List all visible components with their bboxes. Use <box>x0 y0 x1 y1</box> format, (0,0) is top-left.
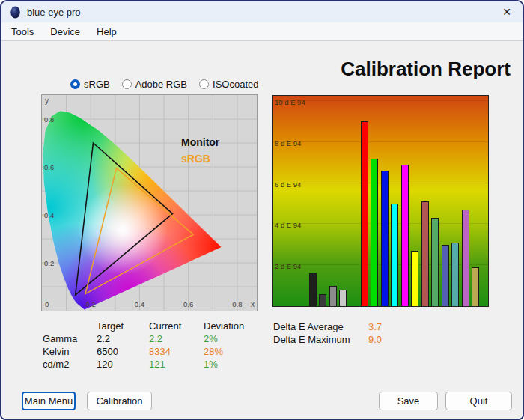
radio-adobe-rgb[interactable]: Adobe RGB <box>122 79 187 90</box>
delta-e-bar <box>309 273 317 306</box>
results-table: Target Current Deviation Gamma 2.2 2.2 2… <box>43 320 263 371</box>
y-axis-label: y <box>45 97 49 105</box>
gamma-deviation: 2% <box>204 332 263 345</box>
cie-chromaticity-diagram: Monitor sRGB 00.20.40.60.80.20.40.60.8 y… <box>41 94 258 311</box>
bar-plot-area: 10 d E 948 d E 946 d E 944 d E 942 d E 9… <box>273 96 488 306</box>
svg-text:0.4: 0.4 <box>44 211 54 219</box>
radio-isocoated[interactable]: ISOcoated <box>199 79 258 90</box>
col-header-target: Target <box>97 320 149 332</box>
main-content: Calibration Report sRGB Adobe RGB ISOcoa… <box>1 41 523 419</box>
cdm2-target: 120 <box>97 358 149 371</box>
delta-e-bar <box>391 204 398 306</box>
gamma-current: 2.2 <box>149 332 204 345</box>
menu-help[interactable]: Help <box>90 25 124 39</box>
radio-unselected-icon[interactable] <box>199 79 209 89</box>
delta-e-bar-chart: 10 d E 948 d E 946 d E 944 d E 942 d E 9… <box>272 95 489 307</box>
delta-e-bar <box>431 218 439 306</box>
row-label-cdm2: cd/m2 <box>43 358 97 371</box>
delta-e-summary: Delta E Average 3.7 Delta E Maximum 9.0 <box>273 321 413 347</box>
row-label-gamma: Gamma <box>43 332 97 345</box>
menu-device[interactable]: Device <box>43 25 87 39</box>
delta-e-bar <box>371 159 378 306</box>
bar-axis-label: 4 d E 94 <box>275 221 301 229</box>
kelvin-current: 8334 <box>149 345 204 358</box>
save-button[interactable]: Save <box>379 392 438 410</box>
app-icon <box>10 6 21 19</box>
page-title: Calibration Report <box>341 58 511 81</box>
gamma-target: 2.2 <box>97 332 149 345</box>
radio-isocoated-label: ISOcoated <box>213 79 258 90</box>
svg-text:0.4: 0.4 <box>135 300 144 308</box>
col-header-deviation: Deviation <box>204 320 263 332</box>
delta-e-bar <box>339 290 347 306</box>
svg-text:0.8: 0.8 <box>44 115 54 124</box>
kelvin-deviation: 28% <box>204 345 263 358</box>
col-header-current: Current <box>149 320 204 332</box>
app-window: blue eye pro ✕ Tools Device Help Calibra… <box>0 0 524 420</box>
menu-bar: Tools Device Help <box>1 22 523 41</box>
profile-radio-group: sRGB Adobe RGB ISOcoated <box>70 79 258 90</box>
delta-e-bar <box>401 165 409 306</box>
bar-axis-label: 6 d E 94 <box>275 180 301 189</box>
delta-e-bar <box>472 267 479 306</box>
svg-text:0.8: 0.8 <box>232 300 242 308</box>
delta-e-bar <box>319 294 326 306</box>
radio-unselected-icon[interactable] <box>122 79 132 89</box>
delta-e-average-value: 3.7 <box>368 321 413 334</box>
cie-diagram-svg: Monitor sRGB 00.20.40.60.80.20.40.60.8 y… <box>42 95 257 311</box>
svg-text:0: 0 <box>45 300 49 308</box>
delta-e-bar <box>421 201 429 306</box>
delta-e-bar <box>411 251 418 306</box>
delta-e-bar <box>451 243 459 306</box>
calibration-button[interactable]: Calibration <box>87 392 152 410</box>
main-menu-button[interactable]: Main Menu <box>22 392 76 410</box>
radio-selected-icon[interactable] <box>70 79 80 89</box>
cdm2-current: 121 <box>149 358 204 371</box>
kelvin-target: 6500 <box>97 345 149 358</box>
quit-button[interactable]: Quit <box>445 392 512 410</box>
x-axis-label: x <box>251 300 255 308</box>
close-icon[interactable]: ✕ <box>491 1 523 22</box>
window-title: blue eye pro <box>27 7 81 18</box>
row-label-kelvin: Kelvin <box>43 345 97 358</box>
bar-axis-label: 10 d E 94 <box>275 98 305 106</box>
delta-e-bar <box>442 245 449 306</box>
svg-text:0.2: 0.2 <box>44 259 54 267</box>
radio-adobe-rgb-label: Adobe RGB <box>135 79 187 90</box>
delta-e-bar <box>329 286 337 306</box>
delta-e-bar <box>462 210 469 306</box>
bar-gridline <box>273 100 488 101</box>
delta-e-average-label: Delta E Average <box>273 321 368 334</box>
bar-gridline <box>273 141 488 142</box>
delta-e-bar <box>381 171 389 306</box>
svg-text:0.2: 0.2 <box>86 300 96 308</box>
legend-srgb: sRGB <box>181 153 210 165</box>
svg-text:0.6: 0.6 <box>183 300 193 308</box>
svg-text:0.6: 0.6 <box>44 163 54 171</box>
radio-srgb-label: sRGB <box>84 79 110 90</box>
cdm2-deviation: 1% <box>204 358 263 371</box>
bar-axis-label: 2 d E 94 <box>275 262 301 270</box>
menu-tools[interactable]: Tools <box>4 25 40 39</box>
title-bar: blue eye pro ✕ <box>1 1 523 22</box>
delta-e-maximum-label: Delta E Maximum <box>273 334 368 347</box>
bar-axis-label: 8 d E 94 <box>275 139 301 147</box>
radio-srgb[interactable]: sRGB <box>70 79 110 90</box>
legend-monitor: Monitor <box>181 136 220 148</box>
delta-e-maximum-value: 9.0 <box>368 334 413 347</box>
table-corner <box>43 320 97 332</box>
delta-e-bar <box>361 121 368 306</box>
